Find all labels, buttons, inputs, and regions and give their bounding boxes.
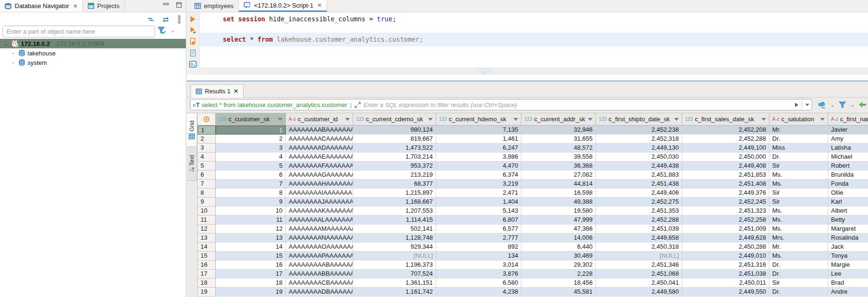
sort-menu-icon[interactable] [278,118,283,121]
sort-menu-icon[interactable] [674,118,679,121]
grid-cell[interactable]: 30,469 [521,252,596,261]
column-header-c_current_addr_sk[interactable]: 123c_current_addr_sk [521,113,596,126]
grid-cell[interactable]: 1 [216,126,286,135]
grid-cell[interactable]: 6,580 [436,279,521,288]
grid-cell[interactable]: AAAAAAAABBAAAAAA [286,270,353,279]
row-number-cell[interactable]: 7 [198,180,216,189]
grid-cell[interactable]: Sir [769,198,828,207]
grid-cell[interactable]: 2,450,030 [596,153,682,162]
tab-text-view[interactable]: Text «T [187,147,197,181]
grid-cell[interactable]: 2,451,009 [682,225,769,234]
grid-cell[interactable]: Mr. [769,243,828,252]
close-icon[interactable]: ✕ [233,88,238,95]
grid-cell[interactable]: 2,452,288 [596,216,682,225]
grid-cell[interactable]: Mrs. [769,234,828,243]
grid-cell[interactable]: 1,473,522 [353,144,436,153]
grid-cell[interactable]: 6,247 [436,144,521,153]
grid-cell[interactable]: 18,456 [521,279,596,288]
grid-cell[interactable]: Rosalinda [828,234,868,243]
grid-cell[interactable]: Robert [828,162,868,171]
grid-cell[interactable]: 929,344 [353,243,436,252]
grid-cell[interactable]: 2,452,318 [596,135,682,144]
row-number-cell[interactable]: 4 [198,153,216,162]
grid-cell[interactable]: AAAAAAAACAAAAAAA [286,135,353,144]
tab-projects[interactable]: Projects [83,0,125,12]
grid-cell[interactable]: 32,946 [521,126,596,135]
row-number-cell[interactable]: 13 [198,234,216,243]
column-header-c_current_cdemo_sk[interactable]: 123c_current_cdemo_sk [353,113,436,126]
grid-cell[interactable]: Ms. [769,207,828,216]
filter-funnel-icon[interactable] [157,27,166,35]
grid-cell[interactable]: Mr. [769,126,828,135]
splitter-collapse-widget[interactable]: ︿﹀ [477,68,494,75]
grid-cell[interactable]: Andre [828,288,868,297]
grid-cell[interactable]: AAAAAAAADAAAAAAA [286,144,353,153]
grid-cell[interactable]: 2 [216,135,286,144]
grid-cell[interactable]: 1,207,553 [353,207,436,216]
grid-cell[interactable]: 2,449,658 [596,234,682,243]
sort-menu-icon[interactable] [345,118,350,121]
sort-menu-icon[interactable] [513,118,518,121]
grid-cell[interactable]: AAAAAAAAGAAAAAAA [286,171,353,180]
grid-cell[interactable]: 13 [216,234,286,243]
grid-cell[interactable]: 11 [216,216,286,225]
sort-menu-icon[interactable] [428,118,433,121]
row-number-cell[interactable]: 8 [198,189,216,198]
grid-cell[interactable]: 2,449,100 [682,144,769,153]
grid-cell[interactable]: AAAAAAAAIAAAAAAA [286,189,353,198]
grid-cell[interactable]: Dr. [769,153,828,162]
row-number-cell[interactable]: 10 [198,207,216,216]
grid-cell[interactable]: 2,452,245 [682,198,769,207]
grid-cell[interactable]: 502,141 [353,225,436,234]
grid-cell[interactable]: Dr. [769,288,828,297]
filters-menu-icon[interactable] [839,101,846,108]
row-number-cell[interactable]: 18 [198,279,216,288]
grid-cell[interactable]: 15 [216,252,286,261]
grid-cell[interactable]: AAAAAAAAMAAAAAAA [286,225,353,234]
row-number-cell[interactable]: 12 [198,225,216,234]
grid-cell[interactable]: 18 [216,279,286,288]
grid-cell[interactable]: Michael [828,153,868,162]
grid-cell[interactable]: Tonya [828,252,868,261]
grid-cell[interactable]: 134 [436,252,521,261]
output-console-icon[interactable] [189,61,197,68]
grid-cell[interactable]: 2,449,628 [682,234,769,243]
grid-cell[interactable]: 2,449,376 [682,189,769,198]
grid-cell[interactable]: 1,361,151 [353,279,436,288]
grid-cell[interactable]: Margie [828,261,868,270]
grid-cell[interactable]: 3,876 [436,270,521,279]
column-header-c_salutation[interactable]: A-zc_salutation [769,113,828,126]
grid-cell[interactable]: 6,374 [436,171,521,180]
row-number-cell[interactable]: 3 [198,144,216,153]
grid-cell[interactable]: Albert [828,207,868,216]
grid-cell[interactable]: 4,238 [436,288,521,297]
row-number-cell[interactable]: 19 [198,288,216,297]
grid-cell[interactable]: 45,581 [521,288,596,297]
grid-cell[interactable]: 7 [216,180,286,189]
grid-cell[interactable]: 2,228 [521,270,596,279]
grid-cell[interactable]: 2,451,353 [596,207,682,216]
grid-cell[interactable]: 31,655 [521,135,596,144]
grid-cell[interactable]: Jack [828,243,868,252]
row-number-cell[interactable]: 16 [198,261,216,270]
grid-cell[interactable]: 2,449,130 [596,144,682,153]
grid-cell[interactable]: 2,777 [436,234,521,243]
grid-cell[interactable]: 39,558 [521,153,596,162]
grid-cell[interactable]: Latisha [828,144,868,153]
grid-cell[interactable]: 819,667 [353,135,436,144]
grid-cell[interactable]: 2,449,550 [682,288,769,297]
grid-cell[interactable]: 19,580 [521,207,596,216]
grid-cell[interactable]: AAAAAAAAEAAAAAAA [286,153,353,162]
grid-cell[interactable]: 1,461 [436,135,521,144]
grid-cell[interactable]: 6 [216,171,286,180]
chevron-down-icon[interactable]: ⌄ [830,102,835,108]
grid-cell[interactable]: 2,451,323 [682,207,769,216]
row-number-cell[interactable]: 2 [198,135,216,144]
grid-cell[interactable]: 1,404 [436,198,521,207]
grid-cell[interactable]: 1,215,897 [353,189,436,198]
grid-cell[interactable]: 2,450,011 [682,279,769,288]
grid-cell[interactable]: AAAAAAAALAAAAAAA [286,216,353,225]
apply-filter-icon[interactable] [795,102,799,108]
grid-cell[interactable]: Betty [828,216,868,225]
chevron-down-icon[interactable]: ⌄ [850,102,855,108]
